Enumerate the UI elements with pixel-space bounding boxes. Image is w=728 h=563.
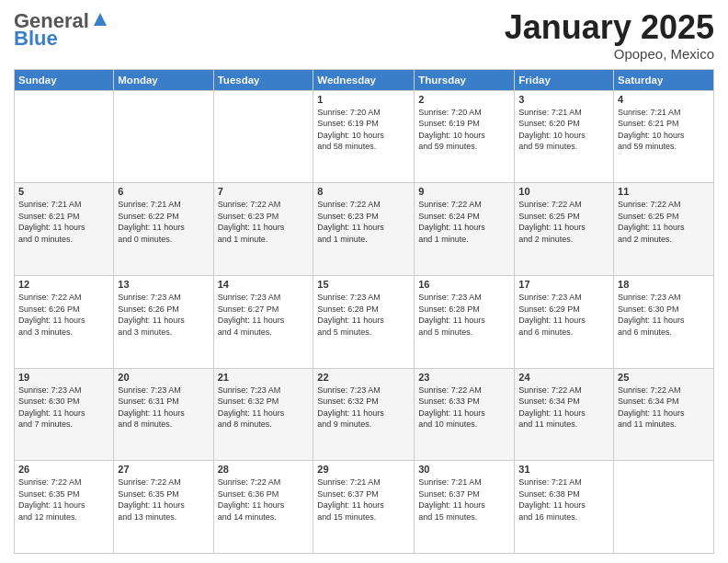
logo: General Blue — [14, 9, 110, 50]
day-cell: 28Sunrise: 7:22 AM Sunset: 6:36 PM Dayli… — [213, 461, 313, 554]
day-number: 5 — [18, 186, 109, 197]
col-thursday: Thursday — [415, 69, 515, 90]
day-info: Sunrise: 7:20 AM Sunset: 6:19 PM Dayligh… — [418, 107, 510, 153]
week-row-3: 19Sunrise: 7:23 AM Sunset: 6:30 PM Dayli… — [15, 368, 714, 461]
day-number: 6 — [118, 186, 209, 197]
calendar: Sunday Monday Tuesday Wednesday Thursday… — [14, 69, 714, 554]
day-number: 19 — [18, 372, 109, 383]
day-number: 22 — [317, 372, 410, 383]
day-cell: 8Sunrise: 7:22 AM Sunset: 6:23 PM Daylig… — [313, 183, 415, 276]
day-number: 24 — [518, 372, 609, 383]
day-info: Sunrise: 7:23 AM Sunset: 6:29 PM Dayligh… — [518, 292, 609, 338]
day-number: 25 — [618, 372, 710, 383]
calendar-table: Sunday Monday Tuesday Wednesday Thursday… — [14, 69, 714, 554]
day-info: Sunrise: 7:23 AM Sunset: 6:28 PM Dayligh… — [317, 292, 410, 338]
day-number: 13 — [118, 279, 209, 290]
day-number: 11 — [618, 186, 710, 197]
page: General Blue January 2025 Opopeo, Mexico… — [0, 0, 728, 563]
day-number: 12 — [18, 279, 109, 290]
header-row: Sunday Monday Tuesday Wednesday Thursday… — [15, 69, 714, 90]
day-cell: 21Sunrise: 7:23 AM Sunset: 6:32 PM Dayli… — [213, 368, 313, 461]
day-cell: 2Sunrise: 7:20 AM Sunset: 6:19 PM Daylig… — [415, 90, 515, 183]
day-number: 14 — [218, 279, 310, 290]
week-row-4: 26Sunrise: 7:22 AM Sunset: 6:35 PM Dayli… — [15, 461, 714, 554]
day-number: 9 — [418, 186, 510, 197]
day-cell: 5Sunrise: 7:21 AM Sunset: 6:21 PM Daylig… — [15, 183, 114, 276]
day-cell: 20Sunrise: 7:23 AM Sunset: 6:31 PM Dayli… — [114, 368, 213, 461]
day-info: Sunrise: 7:23 AM Sunset: 6:30 PM Dayligh… — [618, 292, 710, 338]
day-cell: 17Sunrise: 7:23 AM Sunset: 6:29 PM Dayli… — [515, 275, 614, 368]
day-info: Sunrise: 7:21 AM Sunset: 6:37 PM Dayligh… — [418, 477, 510, 523]
day-number: 3 — [518, 94, 609, 105]
day-info: Sunrise: 7:21 AM Sunset: 6:20 PM Dayligh… — [518, 107, 609, 153]
title-block: January 2025 Opopeo, Mexico — [505, 9, 714, 62]
day-cell: 14Sunrise: 7:23 AM Sunset: 6:27 PM Dayli… — [213, 275, 313, 368]
day-info: Sunrise: 7:21 AM Sunset: 6:21 PM Dayligh… — [618, 107, 710, 153]
day-number: 2 — [418, 94, 510, 105]
day-info: Sunrise: 7:22 AM Sunset: 6:25 PM Dayligh… — [618, 199, 710, 245]
day-info: Sunrise: 7:22 AM Sunset: 6:35 PM Dayligh… — [18, 477, 109, 523]
day-info: Sunrise: 7:21 AM Sunset: 6:37 PM Dayligh… — [317, 477, 410, 523]
day-cell: 13Sunrise: 7:23 AM Sunset: 6:26 PM Dayli… — [114, 275, 213, 368]
day-cell: 16Sunrise: 7:23 AM Sunset: 6:28 PM Dayli… — [415, 275, 515, 368]
day-info: Sunrise: 7:22 AM Sunset: 6:33 PM Dayligh… — [418, 385, 510, 431]
day-cell: 11Sunrise: 7:22 AM Sunset: 6:25 PM Dayli… — [614, 183, 714, 276]
week-row-0: 1Sunrise: 7:20 AM Sunset: 6:19 PM Daylig… — [15, 90, 714, 183]
day-number: 23 — [418, 372, 510, 383]
day-number: 30 — [418, 464, 510, 475]
day-info: Sunrise: 7:22 AM Sunset: 6:34 PM Dayligh… — [518, 385, 609, 431]
col-tuesday: Tuesday — [213, 69, 313, 90]
day-info: Sunrise: 7:22 AM Sunset: 6:35 PM Dayligh… — [118, 477, 209, 523]
day-number: 28 — [218, 464, 310, 475]
day-number: 1 — [317, 94, 410, 105]
day-cell: 9Sunrise: 7:22 AM Sunset: 6:24 PM Daylig… — [415, 183, 515, 276]
day-cell: 4Sunrise: 7:21 AM Sunset: 6:21 PM Daylig… — [614, 90, 714, 183]
day-number: 31 — [518, 464, 609, 475]
day-info: Sunrise: 7:23 AM Sunset: 6:32 PM Dayligh… — [317, 385, 410, 431]
col-sunday: Sunday — [15, 69, 114, 90]
day-cell: 27Sunrise: 7:22 AM Sunset: 6:35 PM Dayli… — [114, 461, 213, 554]
day-info: Sunrise: 7:22 AM Sunset: 6:36 PM Dayligh… — [218, 477, 310, 523]
week-row-2: 12Sunrise: 7:22 AM Sunset: 6:26 PM Dayli… — [15, 275, 714, 368]
day-cell: 7Sunrise: 7:22 AM Sunset: 6:23 PM Daylig… — [213, 183, 313, 276]
day-info: Sunrise: 7:23 AM Sunset: 6:26 PM Dayligh… — [118, 292, 209, 338]
day-number: 21 — [218, 372, 310, 383]
day-info: Sunrise: 7:22 AM Sunset: 6:25 PM Dayligh… — [518, 199, 609, 245]
day-info: Sunrise: 7:22 AM Sunset: 6:34 PM Dayligh… — [618, 385, 710, 431]
day-number: 27 — [118, 464, 209, 475]
col-wednesday: Wednesday — [313, 69, 415, 90]
day-cell: 10Sunrise: 7:22 AM Sunset: 6:25 PM Dayli… — [515, 183, 614, 276]
day-info: Sunrise: 7:23 AM Sunset: 6:31 PM Dayligh… — [118, 385, 209, 431]
day-info: Sunrise: 7:23 AM Sunset: 6:27 PM Dayligh… — [218, 292, 310, 338]
day-cell: 6Sunrise: 7:21 AM Sunset: 6:22 PM Daylig… — [114, 183, 213, 276]
day-cell: 22Sunrise: 7:23 AM Sunset: 6:32 PM Dayli… — [313, 368, 415, 461]
svg-marker-0 — [94, 13, 107, 26]
day-info: Sunrise: 7:21 AM Sunset: 6:21 PM Dayligh… — [18, 199, 109, 245]
day-cell: 19Sunrise: 7:23 AM Sunset: 6:30 PM Dayli… — [15, 368, 114, 461]
day-info: Sunrise: 7:22 AM Sunset: 6:24 PM Dayligh… — [418, 199, 510, 245]
col-saturday: Saturday — [614, 69, 714, 90]
day-number: 15 — [317, 279, 410, 290]
day-info: Sunrise: 7:22 AM Sunset: 6:23 PM Dayligh… — [317, 199, 410, 245]
week-row-1: 5Sunrise: 7:21 AM Sunset: 6:21 PM Daylig… — [15, 183, 714, 276]
day-cell: 18Sunrise: 7:23 AM Sunset: 6:30 PM Dayli… — [614, 275, 714, 368]
day-info: Sunrise: 7:23 AM Sunset: 6:28 PM Dayligh… — [418, 292, 510, 338]
day-cell: 30Sunrise: 7:21 AM Sunset: 6:37 PM Dayli… — [415, 461, 515, 554]
day-number: 18 — [618, 279, 710, 290]
day-cell: 23Sunrise: 7:22 AM Sunset: 6:33 PM Dayli… — [415, 368, 515, 461]
day-info: Sunrise: 7:22 AM Sunset: 6:23 PM Dayligh… — [218, 199, 310, 245]
logo-blue-text: Blue — [14, 28, 58, 50]
day-info: Sunrise: 7:21 AM Sunset: 6:22 PM Dayligh… — [118, 199, 209, 245]
col-monday: Monday — [114, 69, 213, 90]
day-number: 26 — [18, 464, 109, 475]
day-info: Sunrise: 7:22 AM Sunset: 6:26 PM Dayligh… — [18, 292, 109, 338]
day-number: 10 — [518, 186, 609, 197]
day-info: Sunrise: 7:23 AM Sunset: 6:30 PM Dayligh… — [18, 385, 109, 431]
day-cell: 3Sunrise: 7:21 AM Sunset: 6:20 PM Daylig… — [515, 90, 614, 183]
day-cell: 29Sunrise: 7:21 AM Sunset: 6:37 PM Dayli… — [313, 461, 415, 554]
day-number: 29 — [317, 464, 410, 475]
col-friday: Friday — [515, 69, 614, 90]
day-number: 4 — [618, 94, 710, 105]
day-info: Sunrise: 7:23 AM Sunset: 6:32 PM Dayligh… — [218, 385, 310, 431]
day-number: 8 — [317, 186, 410, 197]
